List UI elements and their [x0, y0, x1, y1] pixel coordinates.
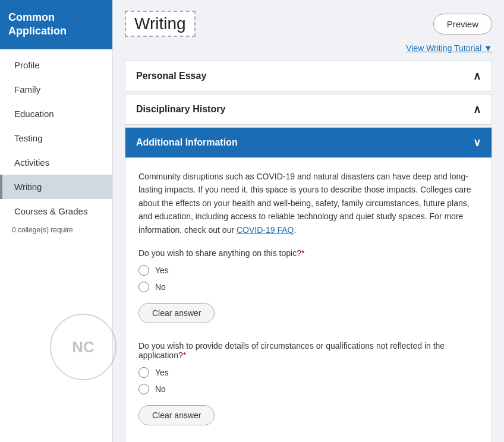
question1-yes-radio[interactable] — [138, 265, 149, 276]
question2-yes-radio[interactable] — [138, 367, 149, 378]
sidebar-courses-sub: 0 college(s) require — [0, 223, 112, 239]
question1-no-label: No — [155, 282, 166, 292]
personal-essay-chevron: ∧ — [473, 70, 481, 83]
sidebar-item-education[interactable]: Education — [0, 102, 112, 126]
sidebar-item-profile[interactable]: Profile — [0, 53, 112, 77]
covid-faq-link[interactable]: COVID-19 FAQ — [237, 225, 294, 235]
question2-block: Do you wish to provide details of circum… — [138, 341, 478, 438]
question1-no-option[interactable]: No — [138, 282, 478, 292]
sidebar-item-family[interactable]: Family — [0, 77, 112, 102]
sidebar-app-title: Common Application — [8, 11, 67, 37]
question2-no-label: No — [155, 384, 166, 394]
disciplinary-history-chevron: ∧ — [473, 103, 481, 116]
sidebar-nav: Profile Family Education Testing Activit… — [0, 49, 112, 239]
page-header: Writing Preview — [125, 11, 492, 37]
disciplinary-history-header[interactable]: Disciplinary History ∧ — [125, 94, 492, 124]
additional-info-description: Community disruptions such as COVID-19 a… — [138, 170, 478, 236]
sidebar: Common Application Profile Family Educat… — [0, 0, 113, 442]
question1-required: * — [301, 248, 304, 258]
personal-essay-title: Personal Essay — [136, 71, 206, 81]
sidebar-item-courses[interactable]: Courses & Grades — [0, 199, 112, 223]
personal-essay-header[interactable]: Personal Essay ∧ — [125, 61, 492, 91]
question1-yes-option[interactable]: Yes — [138, 265, 478, 276]
sidebar-item-testing[interactable]: Testing — [0, 126, 112, 150]
additional-info-body: Community disruptions such as COVID-19 a… — [125, 157, 492, 442]
personal-essay-accordion: Personal Essay ∧ — [125, 61, 492, 91]
question1-yes-label: Yes — [155, 266, 169, 275]
question2-clear-button[interactable]: Clear answer — [138, 405, 215, 425]
question2-required: * — [183, 351, 186, 360]
disciplinary-history-accordion: Disciplinary History ∧ — [125, 94, 492, 125]
question2-no-radio[interactable] — [138, 384, 149, 394]
view-tutorial-link[interactable]: View Writing Tutorial ▼ — [406, 43, 492, 53]
sidebar-header: Common Application — [0, 0, 112, 49]
main-content: Writing Preview View Writing Tutorial ▼ … — [113, 0, 504, 442]
question1-label: Do you wish to share anything on this to… — [138, 248, 478, 258]
sidebar-item-writing[interactable]: Writing — [0, 175, 112, 199]
additional-info-chevron: ∨ — [473, 136, 481, 149]
question2-yes-label: Yes — [155, 368, 169, 377]
page-title: Writing — [125, 11, 196, 37]
question1-block: Do you wish to share anything on this to… — [138, 248, 478, 336]
question2-no-option[interactable]: No — [138, 384, 478, 394]
question2-label: Do you wish to provide details of circum… — [138, 341, 478, 360]
sidebar-item-activities[interactable]: Activities — [0, 150, 112, 175]
question2-yes-option[interactable]: Yes — [138, 367, 478, 378]
additional-info-accordion: Additional Information ∨ Community disru… — [125, 127, 492, 442]
additional-info-title: Additional Information — [136, 137, 238, 148]
preview-button[interactable]: Preview — [433, 14, 492, 34]
additional-info-header[interactable]: Additional Information ∨ — [125, 128, 492, 157]
question1-clear-button[interactable]: Clear answer — [138, 303, 215, 323]
view-tutorial-link-wrapper: View Writing Tutorial ▼ — [125, 43, 492, 53]
question1-no-radio[interactable] — [138, 282, 149, 292]
disciplinary-history-title: Disciplinary History — [136, 104, 225, 115]
